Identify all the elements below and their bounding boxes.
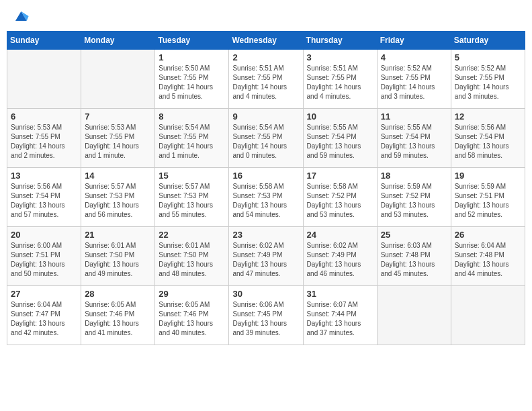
day-detail: Sunrise: 5:58 AMSunset: 7:52 PMDaylight:…: [307, 183, 361, 218]
calendar-cell: 8 Sunrise: 5:54 AMSunset: 7:55 PMDayligh…: [155, 109, 229, 168]
day-detail: Sunrise: 5:59 AMSunset: 7:51 PMDaylight:…: [455, 183, 509, 218]
day-detail: Sunrise: 5:54 AMSunset: 7:55 PMDaylight:…: [232, 124, 287, 159]
calendar-cell: 23 Sunrise: 6:02 AMSunset: 7:49 PMDaylig…: [229, 227, 303, 286]
day-number: 17: [307, 171, 373, 181]
calendar-cell: 10 Sunrise: 5:55 AMSunset: 7:54 PMDaylig…: [303, 109, 377, 168]
day-number: 24: [307, 230, 373, 240]
day-detail: Sunrise: 5:55 AMSunset: 7:54 PMDaylight:…: [381, 124, 435, 159]
calendar-week-row: 6 Sunrise: 5:53 AMSunset: 7:55 PMDayligh…: [7, 109, 525, 168]
calendar-cell: [451, 286, 525, 345]
day-number: 30: [232, 289, 299, 299]
day-detail: Sunrise: 6:04 AMSunset: 7:48 PMDaylight:…: [455, 242, 509, 277]
day-number: 7: [85, 111, 151, 122]
calendar-week-row: 27 Sunrise: 6:04 AMSunset: 7:47 PMDaylig…: [7, 286, 525, 345]
calendar-cell: 1 Sunrise: 5:50 AMSunset: 7:55 PMDayligh…: [155, 50, 229, 109]
day-number: 15: [159, 171, 225, 181]
day-detail: Sunrise: 5:54 AMSunset: 7:55 PMDaylight:…: [159, 124, 213, 159]
calendar-cell: 3 Sunrise: 5:51 AMSunset: 7:55 PMDayligh…: [303, 50, 377, 109]
calendar-cell: 14 Sunrise: 5:57 AMSunset: 7:53 PMDaylig…: [81, 168, 155, 227]
calendar-cell: 17 Sunrise: 5:58 AMSunset: 7:52 PMDaylig…: [303, 168, 377, 227]
day-detail: Sunrise: 6:01 AMSunset: 7:50 PMDaylight:…: [159, 242, 213, 277]
logo: [9, 7, 30, 26]
day-detail: Sunrise: 5:50 AMSunset: 7:55 PMDaylight:…: [159, 64, 213, 100]
day-number: 27: [11, 289, 77, 299]
calendar-cell: 20 Sunrise: 6:00 AMSunset: 7:51 PMDaylig…: [7, 227, 81, 286]
day-number: 16: [232, 171, 299, 181]
day-number: 2: [232, 52, 299, 62]
day-detail: Sunrise: 6:07 AMSunset: 7:44 PMDaylight:…: [307, 301, 361, 336]
day-detail: Sunrise: 6:06 AMSunset: 7:45 PMDaylight:…: [232, 301, 287, 336]
calendar-cell: 15 Sunrise: 5:57 AMSunset: 7:53 PMDaylig…: [155, 168, 229, 227]
calendar-week-row: 1 Sunrise: 5:50 AMSunset: 7:55 PMDayligh…: [7, 50, 525, 109]
day-number: 14: [85, 171, 151, 181]
calendar-cell: 19 Sunrise: 5:59 AMSunset: 7:51 PMDaylig…: [451, 168, 525, 227]
weekday-header: Monday: [81, 32, 155, 50]
calendar-cell: 29 Sunrise: 6:05 AMSunset: 7:46 PMDaylig…: [155, 286, 229, 345]
day-number: 10: [307, 111, 373, 122]
day-detail: Sunrise: 5:57 AMSunset: 7:53 PMDaylight:…: [85, 183, 139, 218]
calendar-week-row: 20 Sunrise: 6:00 AMSunset: 7:51 PMDaylig…: [7, 227, 525, 286]
day-detail: Sunrise: 6:01 AMSunset: 7:50 PMDaylight:…: [85, 242, 139, 277]
day-number: 6: [11, 111, 77, 122]
calendar-cell: 30 Sunrise: 6:06 AMSunset: 7:45 PMDaylig…: [229, 286, 303, 345]
day-number: 19: [455, 171, 521, 181]
day-number: 8: [159, 111, 225, 122]
weekday-header: Wednesday: [229, 32, 303, 50]
day-detail: Sunrise: 6:02 AMSunset: 7:49 PMDaylight:…: [232, 242, 287, 277]
calendar-cell: [81, 50, 155, 109]
calendar-cell: 28 Sunrise: 6:05 AMSunset: 7:46 PMDaylig…: [81, 286, 155, 345]
weekday-header: Sunday: [7, 32, 81, 50]
logo-icon: [11, 7, 30, 26]
day-number: 28: [85, 289, 151, 299]
day-detail: Sunrise: 5:58 AMSunset: 7:53 PMDaylight:…: [232, 183, 287, 218]
calendar-cell: 18 Sunrise: 5:59 AMSunset: 7:52 PMDaylig…: [377, 168, 451, 227]
day-detail: Sunrise: 5:59 AMSunset: 7:52 PMDaylight:…: [381, 183, 435, 218]
calendar-cell: 7 Sunrise: 5:53 AMSunset: 7:55 PMDayligh…: [81, 109, 155, 168]
day-detail: Sunrise: 6:05 AMSunset: 7:46 PMDaylight:…: [85, 301, 139, 336]
day-detail: Sunrise: 5:56 AMSunset: 7:54 PMDaylight:…: [11, 183, 65, 218]
day-number: 11: [381, 111, 447, 122]
day-number: 9: [232, 111, 299, 122]
calendar-cell: 16 Sunrise: 5:58 AMSunset: 7:53 PMDaylig…: [229, 168, 303, 227]
day-detail: Sunrise: 5:57 AMSunset: 7:53 PMDaylight:…: [159, 183, 213, 218]
day-number: 21: [85, 230, 151, 240]
day-number: 25: [381, 230, 447, 240]
day-detail: Sunrise: 5:55 AMSunset: 7:54 PMDaylight:…: [307, 124, 361, 159]
weekday-header: Saturday: [451, 32, 525, 50]
day-number: 20: [11, 230, 77, 240]
calendar-cell: 25 Sunrise: 6:03 AMSunset: 7:48 PMDaylig…: [377, 227, 451, 286]
day-number: 23: [232, 230, 299, 240]
calendar-cell: 5 Sunrise: 5:52 AMSunset: 7:55 PMDayligh…: [451, 50, 525, 109]
calendar-cell: [377, 286, 451, 345]
calendar-table: SundayMondayTuesdayWednesdayThursdayFrid…: [7, 31, 525, 345]
calendar-cell: 9 Sunrise: 5:54 AMSunset: 7:55 PMDayligh…: [229, 109, 303, 168]
calendar-cell: 13 Sunrise: 5:56 AMSunset: 7:54 PMDaylig…: [7, 168, 81, 227]
calendar-cell: 26 Sunrise: 6:04 AMSunset: 7:48 PMDaylig…: [451, 227, 525, 286]
day-number: 18: [381, 171, 447, 181]
day-detail: Sunrise: 5:51 AMSunset: 7:55 PMDaylight:…: [232, 64, 287, 100]
calendar-cell: 31 Sunrise: 6:07 AMSunset: 7:44 PMDaylig…: [303, 286, 377, 345]
weekday-header: Tuesday: [155, 32, 229, 50]
day-detail: Sunrise: 5:52 AMSunset: 7:55 PMDaylight:…: [455, 64, 509, 100]
day-detail: Sunrise: 6:00 AMSunset: 7:51 PMDaylight:…: [11, 242, 65, 277]
day-number: 13: [11, 171, 77, 181]
weekday-header: Friday: [377, 32, 451, 50]
day-detail: Sunrise: 5:56 AMSunset: 7:54 PMDaylight:…: [455, 124, 509, 159]
page-header: [7, 7, 525, 26]
day-number: 4: [381, 52, 447, 62]
calendar-cell: 11 Sunrise: 5:55 AMSunset: 7:54 PMDaylig…: [377, 109, 451, 168]
day-number: 12: [455, 111, 521, 122]
day-number: 3: [307, 52, 373, 62]
day-detail: Sunrise: 5:53 AMSunset: 7:55 PMDaylight:…: [11, 124, 65, 159]
weekday-header: Thursday: [303, 32, 377, 50]
calendar-cell: [7, 50, 81, 109]
calendar-cell: 4 Sunrise: 5:52 AMSunset: 7:55 PMDayligh…: [377, 50, 451, 109]
day-detail: Sunrise: 5:51 AMSunset: 7:55 PMDaylight:…: [307, 64, 361, 100]
day-number: 22: [159, 230, 225, 240]
day-detail: Sunrise: 5:53 AMSunset: 7:55 PMDaylight:…: [85, 124, 139, 159]
calendar-cell: 2 Sunrise: 5:51 AMSunset: 7:55 PMDayligh…: [229, 50, 303, 109]
day-number: 29: [159, 289, 225, 299]
day-detail: Sunrise: 6:02 AMSunset: 7:49 PMDaylight:…: [307, 242, 361, 277]
calendar-week-row: 13 Sunrise: 5:56 AMSunset: 7:54 PMDaylig…: [7, 168, 525, 227]
day-detail: Sunrise: 6:03 AMSunset: 7:48 PMDaylight:…: [381, 242, 435, 277]
